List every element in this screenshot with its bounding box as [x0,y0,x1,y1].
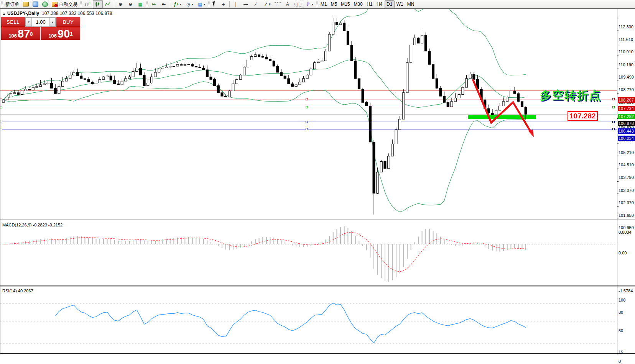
signals-icon[interactable] [40,0,50,8]
text-tool-icon[interactable]: A [283,0,293,8]
hline-handle [306,128,308,130]
hline-handle [0,121,2,123]
market-watch-icon[interactable] [21,0,31,8]
hline-handle [0,98,2,100]
auto-scroll-icon[interactable]: ↦ [149,0,159,8]
price-axis-label: 110.910 [619,49,635,54]
rsi-line [55,303,526,343]
timeframe-m30[interactable]: M30 [352,0,364,8]
sell-button[interactable]: SELL [1,17,25,27]
periods-button[interactable]: ◷▾ [183,0,195,8]
price-callout-label[interactable]: 107.282 [568,111,598,121]
horizontal-line-tool-icon[interactable]: — [241,0,251,8]
price-axis-label: 103.070 [619,188,635,193]
turning-point-annotation: 多空转折点 [540,88,601,103]
vertical-line-tool-icon[interactable]: | [231,0,241,8]
timeframe-m1[interactable]: M1 [319,0,329,8]
trendline-tool-icon[interactable]: ∕ [251,0,261,8]
price-tag-107.734: 107.734 [618,106,635,111]
timeframe-m5[interactable]: M5 [329,0,339,8]
timeframe-d1[interactable]: D1 [385,0,395,8]
hline-handle [306,106,308,108]
new-order-button[interactable]: 新订单 [3,0,21,8]
price-tag-107.282: 107.282 [618,114,635,119]
buy-price[interactable]: 106901 [41,27,80,40]
buy-button[interactable]: BUY [56,17,80,27]
volume-value[interactable]: 1.00 [32,18,49,26]
candlestick-chart-icon[interactable] [93,0,103,8]
hline-handle [613,106,615,108]
timeframe-h1[interactable]: H1 [365,0,375,8]
hline-handle [0,128,2,130]
price-axis-label: 105.210 [619,150,635,155]
price-axis-label: 111.610 [619,37,635,42]
main-toolbar: 新订单 自动交易 ⊕ ⊖ ▦ ↦ ⇤ ƒ+▾ ◷▾ ▤▾ + | — ∕ ∕∕E… [0,0,635,9]
timeframe-mn[interactable]: MN [405,0,416,8]
volume-increase-button[interactable]: ▲ [49,18,56,26]
one-click-trading-panel: SELL ▼ 1.00 ▲ BUY 106878 106901 [1,17,80,40]
tile-windows-icon[interactable]: ▦ [135,0,145,8]
hline-handle [613,98,615,100]
volume-box: ▼ 1.00 ▲ [25,17,56,27]
price-tag-108.207: 108.207 [618,97,635,103]
chart-shift-icon[interactable]: ⇤ [159,0,169,8]
timeframe-h4[interactable]: H4 [375,0,385,8]
price-axis-label: 110.190 [619,62,635,67]
crosshair-tool-icon[interactable]: + [218,0,228,8]
toolbar-grip [1,1,3,7]
rsi-axis-label: 100 [619,298,635,303]
hline-handle [0,106,2,108]
volume-decrease-button[interactable]: ▼ [26,18,32,26]
text-label-tool-icon[interactable]: T [293,0,303,8]
price-axis-label: 108.770 [619,87,635,92]
macd-axis-label: 0.00 [619,251,635,256]
price-chart-svg [0,9,635,364]
auto-trading-button[interactable]: 自动交易 [50,0,79,8]
macd-axis-label: 0.8034 [619,230,635,235]
rsi-axis-label: 50 [619,328,635,333]
timeframe-bar: M1M5M15M30H1H4D1W1MN [319,0,416,8]
rsi-axis-label: 80 [619,310,635,315]
bollinger-upper [3,9,526,100]
bar-chart-icon[interactable] [83,0,93,8]
rsi-pane-label: RSI(14) 40.2067 [2,289,33,293]
channel-tool-icon[interactable]: ∕∕E [261,0,273,8]
price-tag-106.878: 106.878 [618,121,635,126]
trend-arrow-head [528,130,534,137]
cursor-tool-icon[interactable] [211,0,218,8]
price-tag-106.443: 106.443 [618,128,635,134]
macd-histogram [3,226,526,282]
chart-symbol-title: ▲USDJPY-,Daily 107.288 107.332 106.553 1… [2,11,112,16]
macd-signal-line [3,232,526,272]
zoom-out-icon[interactable]: ⊖ [125,0,135,8]
sell-price[interactable]: 106878 [1,27,40,40]
price-tag-106.034: 106.034 [618,136,635,141]
rsi-axis-label: 0 [619,359,635,364]
hline-handle [613,128,615,130]
price-axis-label: 103.790 [619,175,635,180]
price-axis-label: 112.330 [619,25,635,30]
arrows-tool-icon[interactable]: ⇵▾ [303,0,315,8]
price-axis-label: 102.370 [619,200,635,205]
auto-trading-icon [52,2,58,7]
fibonacci-tool-icon[interactable]: F [273,0,283,8]
hline-handle [613,121,615,123]
macd-pane-label: MACD(12,26,9) -0.2823 -0.2152 [2,223,63,227]
price-axis-label: 109.490 [619,75,635,80]
templates-button[interactable]: ▤▾ [195,0,207,8]
timeframe-w1[interactable]: W1 [395,0,405,8]
chart-canvas[interactable]: ▲USDJPY-,Daily 107.288 107.332 106.553 1… [0,9,635,364]
indicators-button[interactable]: ƒ+▾ [171,0,183,8]
hline-handle [306,98,308,100]
candles [2,18,527,215]
bollinger-middle [3,60,526,108]
macd-axis-label: -1.5784 [619,289,635,293]
bollinger-lower [3,82,526,212]
line-chart-icon[interactable] [103,0,113,8]
timeframe-m15[interactable]: M15 [339,0,352,8]
ohlc-readout: 107.288 107.332 106.553 106.878 [42,11,112,16]
community-icon[interactable] [31,0,40,8]
expand-icon[interactable]: ▲ [2,12,6,16]
rsi-axis-label: 15 [619,350,635,355]
zoom-in-icon[interactable]: ⊕ [115,0,125,8]
